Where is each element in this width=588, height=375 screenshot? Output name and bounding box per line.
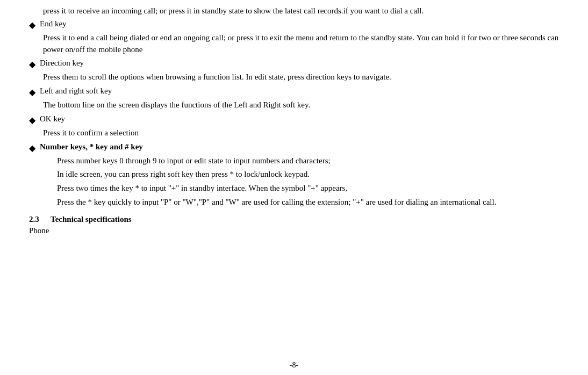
section-number: 2.3 bbox=[29, 215, 45, 224]
end-key-body: Press it to end a call being dialed or e… bbox=[43, 32, 559, 56]
content-area: press it to receive an incoming call; or… bbox=[29, 5, 559, 235]
number-keys-body-line-2: Press two times the key * to input "+" i… bbox=[57, 183, 559, 194]
bullet-diamond-direction-key: ◆ bbox=[29, 59, 35, 69]
number-keys-body-line-3: Press the * key quickly to input "P" or … bbox=[57, 197, 559, 208]
soft-key-body: The bottom line on the screen displays t… bbox=[43, 99, 559, 111]
section-title: Technical specifications bbox=[51, 215, 132, 224]
number-keys-body-line-0: Press number keys 0 through 9 to input o… bbox=[57, 155, 559, 167]
bullet-item-end-key: ◆ End key bbox=[29, 19, 559, 30]
bullet-item-number-keys: ◆ Number keys, * key and # key bbox=[29, 142, 559, 153]
soft-key-title: Left and right soft key bbox=[40, 86, 112, 96]
direction-key-title: Direction key bbox=[40, 59, 84, 68]
ok-key-title: OK key bbox=[40, 114, 65, 124]
direction-key-body: Press them to scroll the options when br… bbox=[43, 71, 559, 83]
bullet-diamond-ok-key: ◆ bbox=[29, 115, 35, 125]
end-key-title: End key bbox=[40, 19, 67, 28]
top-continuation-text: press it to receive an incoming call; or… bbox=[43, 5, 559, 17]
ok-key-body: Press it to confirm a selection bbox=[43, 127, 559, 139]
bullet-item-ok-key: ◆ OK key bbox=[29, 114, 559, 125]
phone-label: Phone bbox=[29, 226, 559, 235]
page-number: -8- bbox=[290, 361, 298, 370]
bullet-diamond-number-keys: ◆ bbox=[29, 143, 35, 153]
bullet-item-direction-key: ◆ Direction key bbox=[29, 59, 559, 69]
bullet-item-soft-key: ◆ Left and right soft key bbox=[29, 86, 559, 97]
bullet-diamond-soft-key: ◆ bbox=[29, 87, 35, 97]
section-heading: 2.3 Technical specifications bbox=[29, 215, 559, 224]
number-keys-title: Number keys, * key and # key bbox=[40, 142, 143, 152]
bullet-diamond-end-key: ◆ bbox=[29, 20, 35, 30]
number-keys-body-line-1: In idle screen, you can press right soft… bbox=[57, 169, 559, 181]
page-container: press it to receive an incoming call; or… bbox=[0, 0, 588, 375]
